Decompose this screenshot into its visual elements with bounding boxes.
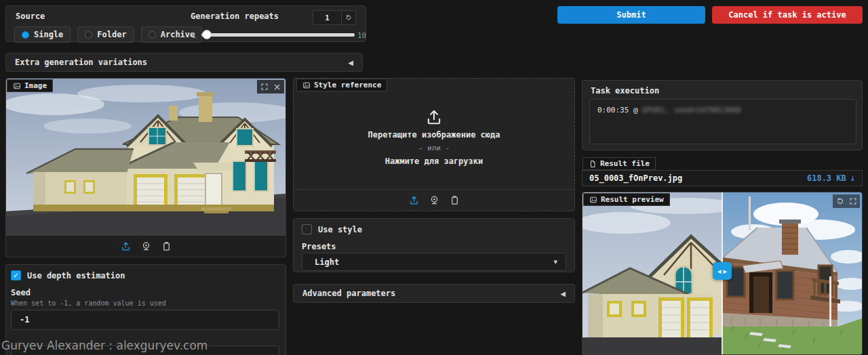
collapse-arrow-icon: ◀ xyxy=(560,290,566,297)
image-icon xyxy=(13,82,21,90)
style-panel: Use style Presets Light ▾ xyxy=(293,218,575,272)
depth-checkbox-label: Use depth estimation xyxy=(27,271,125,280)
handle-right-arrow-icon: ▸ xyxy=(724,267,728,276)
result-preview-chip: Result preview xyxy=(583,193,670,206)
seed-label: Seed xyxy=(11,288,31,297)
use-style-checkbox[interactable] xyxy=(302,224,312,234)
close-icon[interactable]: × xyxy=(271,81,283,92)
style-reference-chip: Style reference xyxy=(296,79,387,91)
style-reference-dropzone[interactable]: Style reference Перетащите изображение с… xyxy=(293,78,575,211)
image-icon xyxy=(589,196,597,204)
image-panel-label: Image xyxy=(24,81,47,90)
upload-icon xyxy=(425,108,443,126)
style-source-buttons xyxy=(294,189,574,211)
presets-label: Presets xyxy=(302,242,336,251)
paste-icon[interactable] xyxy=(161,241,172,251)
radio-icon xyxy=(85,31,92,39)
repeats-value: 1 xyxy=(313,11,341,24)
image-panel-chip: Image xyxy=(7,79,53,92)
result-file-size: 618.3 KB xyxy=(807,173,846,183)
source-image xyxy=(6,79,285,236)
upload-icon[interactable] xyxy=(121,241,131,251)
drop-text-line2: - или - xyxy=(418,144,450,152)
presets-select[interactable]: Light ▾ xyxy=(302,253,566,271)
advanced-parameters-label: Advanced parameters xyxy=(302,289,395,298)
fullscreen-icon[interactable] xyxy=(258,81,270,92)
cancel-button[interactable]: Cancel if task is active xyxy=(712,6,863,24)
drop-text-line1: Перетащите изображение сюда xyxy=(368,130,500,140)
webcam-icon[interactable] xyxy=(429,195,439,205)
result-file-label: Result file xyxy=(600,159,650,168)
seed-input[interactable]: -1 xyxy=(11,310,279,330)
house-render-illustration xyxy=(6,79,285,236)
reset-view-icon[interactable] xyxy=(834,196,846,207)
task-execution-title: Task execution xyxy=(591,86,659,96)
repeats-slider-track[interactable] xyxy=(201,33,355,37)
reset-icon[interactable] xyxy=(341,11,355,24)
result-filename: 05_0003_fOnPrev.jpg xyxy=(589,173,682,183)
webcam-icon[interactable] xyxy=(141,241,151,251)
radio-single-label: Single xyxy=(34,30,63,39)
comparison-slider-handle[interactable]: ◂ ▸ xyxy=(713,262,732,280)
radio-folder[interactable]: Folder xyxy=(77,26,134,43)
image-icon xyxy=(302,81,311,89)
file-icon xyxy=(589,160,597,168)
paste-icon[interactable] xyxy=(450,195,460,205)
advanced-parameters-accordion[interactable]: Advanced parameters ◀ xyxy=(293,284,575,303)
source-label: Source xyxy=(16,12,45,21)
task-execution-panel: Task execution 0:00:35 @ GPU01, seed=147… xyxy=(582,80,863,150)
download-icon[interactable]: ↓ xyxy=(850,173,855,183)
image-panel: Image × xyxy=(5,78,286,257)
depth-checkbox[interactable]: ✓ xyxy=(11,270,21,280)
app-root: Source Single Folder Archive Generation … xyxy=(0,0,868,355)
repeats-slider-handle[interactable] xyxy=(202,30,212,39)
result-preview-label: Result preview xyxy=(601,195,664,204)
slider-min-label: 1 xyxy=(192,31,197,40)
fullscreen-icon[interactable] xyxy=(847,196,859,207)
presets-value: Light xyxy=(311,257,339,267)
radio-archive-label: Archive xyxy=(161,30,195,39)
result-file-panel: Result file 05_0003_fOnPrev.jpg 618.3 KB… xyxy=(582,157,863,171)
submit-button[interactable]: Submit xyxy=(557,6,705,24)
radio-folder-label: Folder xyxy=(97,30,126,39)
watermark: Guryev Alexander : alexguryev.com xyxy=(1,339,208,352)
radio-icon xyxy=(149,31,156,39)
chevron-down-icon: ▾ xyxy=(553,257,557,266)
slider-max-label: 10 xyxy=(357,31,366,40)
result-file-chip: Result file xyxy=(583,157,656,170)
collapse-arrow-icon: ◀ xyxy=(348,59,353,66)
task-log-area[interactable]: 0:00:35 @ GPU01, seed=1470813066 xyxy=(589,99,856,144)
top-config-panel: Source Single Folder Archive Generation … xyxy=(5,5,366,42)
image-source-buttons xyxy=(6,235,285,257)
seed-help: When set to -1, a random value is used xyxy=(11,299,166,307)
task-redacted-text: GPU01, seed=1470813066 xyxy=(642,106,741,114)
drop-text-line3: Нажмите для загрузки xyxy=(385,156,484,166)
result-file-row[interactable]: 05_0003_fOnPrev.jpg 618.3 KB ↓ xyxy=(582,170,863,186)
generation-repeats-label: Generation repeats xyxy=(191,12,279,21)
use-style-label: Use style xyxy=(318,225,362,234)
extra-variations-label: Extra generation variations xyxy=(15,58,147,67)
handle-left-arrow-icon: ◂ xyxy=(717,267,722,276)
upload-icon[interactable] xyxy=(409,195,419,205)
radio-selected-icon xyxy=(22,31,29,39)
radio-single[interactable]: Single xyxy=(14,26,71,43)
result-preview-panel: Result preview ◂ ▸ xyxy=(582,192,863,355)
style-reference-label: Style reference xyxy=(314,81,381,89)
repeats-number-input[interactable]: 1 xyxy=(313,10,356,25)
task-time-text: 0:00:35 @ xyxy=(597,106,642,114)
extra-variations-accordion[interactable]: Extra generation variations ◀ xyxy=(5,53,363,72)
